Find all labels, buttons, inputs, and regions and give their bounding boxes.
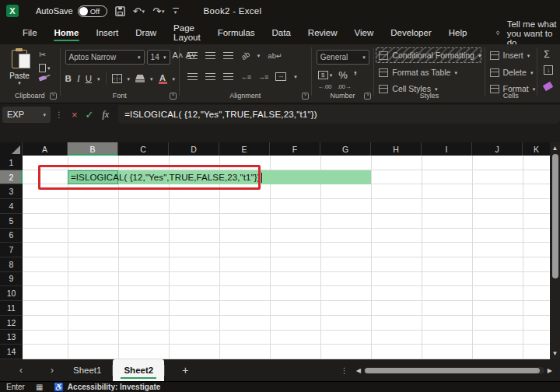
font-color-caret-icon[interactable]: ▾ — [173, 76, 176, 82]
merge-center-button[interactable] — [275, 72, 286, 81]
tab-page-layout[interactable]: Page Layout — [165, 19, 209, 48]
row-header-8[interactable]: 8 — [0, 257, 23, 272]
redo-button[interactable]: ↷▾ — [152, 6, 164, 16]
row-header-12[interactable]: 12 — [0, 316, 23, 331]
align-right-icon[interactable] — [223, 73, 233, 81]
alignment-dialog-launcher[interactable] — [302, 93, 309, 100]
column-header-g[interactable]: G — [320, 142, 371, 156]
delete-cells-button[interactable]: Delete ▾ — [490, 68, 534, 77]
copy-button[interactable]: ▾ — [39, 64, 51, 72]
add-sheet-button[interactable]: + — [182, 364, 188, 376]
tab-data[interactable]: Data — [264, 23, 299, 44]
row-header-7[interactable]: 7 — [0, 243, 23, 257]
fill-color-caret-icon[interactable]: ▾ — [150, 76, 153, 82]
tab-help[interactable]: Help — [440, 23, 476, 44]
align-middle-icon[interactable] — [205, 52, 215, 60]
tab-developer[interactable]: Developer — [382, 23, 439, 44]
borders-caret-icon[interactable]: ▾ — [128, 76, 131, 82]
tab-file[interactable]: File — [14, 23, 46, 44]
column-header-c[interactable]: C — [118, 142, 169, 156]
vertical-scroll-thumb[interactable] — [552, 154, 558, 278]
number-dialog-launcher[interactable] — [364, 93, 371, 100]
orientation-button[interactable]: ab — [240, 50, 251, 61]
tab-view[interactable]: View — [346, 23, 383, 44]
decrease-decimal-button[interactable]: .00→ — [338, 83, 351, 90]
more-options-icon[interactable]: ⋮ — [341, 366, 348, 375]
column-header-a[interactable]: A — [23, 142, 68, 156]
cut-button[interactable]: ✂ — [39, 50, 51, 60]
save-button[interactable] — [115, 6, 125, 16]
align-bottom-icon[interactable] — [223, 52, 233, 60]
bold-button[interactable]: B — [65, 74, 72, 83]
font-color-button[interactable]: A — [159, 74, 167, 84]
horizontal-scroll-thumb[interactable] — [365, 368, 540, 373]
conditional-formatting-button[interactable]: Conditional Formatting ▾ — [379, 51, 481, 60]
tab-formulas[interactable]: Formulas — [209, 23, 264, 44]
row-header-13[interactable]: 13 — [0, 330, 23, 345]
row-header-3[interactable]: 3 — [0, 184, 23, 199]
wrap-text-button[interactable]: ab↵ — [268, 51, 282, 60]
macro-record-icon[interactable]: ▦ — [36, 383, 43, 391]
percent-style-button[interactable]: % — [338, 69, 348, 81]
column-header-k[interactable]: K — [523, 142, 550, 156]
scroll-down-icon[interactable]: ▼ — [550, 350, 560, 357]
confirm-button[interactable]: ✓ — [86, 109, 94, 121]
sheet-tab-sheet1[interactable]: Sheet1 — [62, 359, 112, 381]
accounting-format-button[interactable]: $ ▾ — [318, 71, 333, 79]
accessibility-checker[interactable]: ♿ Accessibility: Investigate — [54, 383, 160, 391]
row-header-4[interactable]: 4 — [0, 199, 23, 214]
clear-button[interactable] — [543, 82, 554, 91]
paste-caret-icon[interactable]: ▾ — [18, 80, 21, 86]
align-left-icon[interactable] — [187, 73, 198, 81]
cancel-button[interactable]: × — [72, 109, 78, 121]
row-header-5[interactable]: 5 — [0, 214, 23, 229]
fill-color-button[interactable] — [135, 75, 145, 82]
worksheet-grid[interactable]: A B C D E F G H I J K 1 2 3 4 5 6 7 8 9 … — [0, 142, 560, 359]
align-top-icon[interactable] — [187, 52, 198, 60]
format-painter-button[interactable] — [39, 76, 51, 80]
increase-indent-button[interactable]: →≡ — [258, 73, 268, 81]
column-header-i[interactable]: I — [422, 142, 472, 156]
autosum-button[interactable]: Σ — [544, 49, 549, 60]
font-size-combo[interactable]: 14 ▾ — [147, 50, 170, 65]
column-header-j[interactable]: J — [472, 142, 523, 156]
underline-button[interactable]: U — [86, 74, 92, 83]
column-header-f[interactable]: F — [270, 142, 320, 156]
column-header-h[interactable]: H — [371, 142, 422, 156]
decrease-indent-button[interactable]: ←≡ — [241, 73, 250, 81]
format-as-table-button[interactable]: Format as Table ▾ — [379, 68, 457, 77]
increase-decimal-button[interactable]: ←.00 — [318, 83, 331, 90]
name-box[interactable]: EXP ▾ — [2, 107, 51, 123]
tell-me-search[interactable]: Tell me what you want to do — [495, 19, 560, 47]
tab-home[interactable]: Home — [46, 23, 88, 44]
borders-button[interactable] — [112, 74, 122, 83]
column-header-e[interactable]: E — [219, 142, 270, 156]
number-format-combo[interactable]: General ▾ — [317, 50, 369, 65]
row-header-14[interactable]: 14 — [0, 345, 23, 359]
underline-caret-icon[interactable]: ▾ — [97, 76, 100, 82]
row-header-6[interactable]: 6 — [0, 229, 23, 243]
sheet-nav-prev-icon[interactable]: ‹ — [11, 365, 31, 376]
row-header-9[interactable]: 9 — [0, 272, 23, 287]
autosave-control[interactable]: AutoSave Off — [36, 5, 107, 17]
select-all-button[interactable] — [0, 142, 23, 156]
formula-input[interactable]: =ISLOGICAL( {12,"Yes",TRUE,FALSE,23,"t1"… — [118, 105, 560, 124]
italic-button[interactable]: I — [77, 74, 80, 83]
comma-style-button[interactable]: ’ — [354, 72, 357, 79]
row-header-11[interactable]: 11 — [0, 301, 23, 316]
horizontal-scroll-track[interactable] — [364, 367, 544, 374]
sheet-tab-sheet2[interactable]: Sheet2 — [113, 359, 164, 381]
clipboard-dialog-launcher[interactable] — [50, 93, 57, 100]
scroll-right-icon[interactable]: ▶ — [548, 367, 552, 374]
tab-insert[interactable]: Insert — [87, 23, 127, 44]
row-header-1[interactable]: 1 — [0, 156, 23, 170]
undo-caret-icon[interactable]: ▾ — [142, 9, 145, 14]
fill-button[interactable]: ↓ — [544, 65, 553, 75]
orientation-caret-icon[interactable]: ▾ — [257, 53, 261, 58]
column-header-d[interactable]: D — [169, 142, 219, 156]
font-dialog-launcher[interactable] — [170, 93, 177, 100]
merge-caret-icon[interactable]: ▾ — [294, 74, 297, 79]
paste-button[interactable]: Paste ▾ — [5, 48, 34, 92]
scroll-up-icon[interactable]: ▲ — [550, 145, 560, 152]
scroll-left-icon[interactable]: ◀ — [356, 367, 361, 374]
